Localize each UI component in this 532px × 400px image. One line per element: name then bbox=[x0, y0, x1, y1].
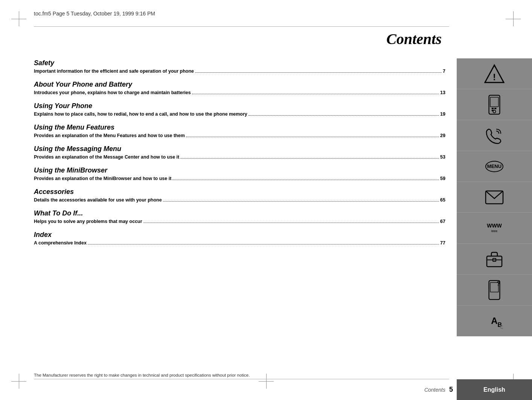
svg-rect-6 bbox=[494, 108, 496, 109]
toc-section-2: Using Your PhoneExplains how to place ca… bbox=[34, 102, 445, 117]
phone-question-icon: ? bbox=[483, 279, 506, 301]
page-wrapper: toc.fm5 Page 5 Tuesday, October 19, 1999… bbox=[0, 0, 532, 400]
toc-heading-8: Index bbox=[34, 231, 445, 239]
toc-section-1: About Your Phone and BatteryIntroduces y… bbox=[34, 81, 445, 95]
toc-pagenum-7: 67 bbox=[440, 219, 445, 224]
toc-pagenum-1: 13 bbox=[440, 90, 445, 95]
toc-heading-3: Using the Menu Features bbox=[34, 124, 445, 131]
sidebar-safety-icon: ! bbox=[457, 58, 532, 89]
call-icon bbox=[483, 124, 506, 147]
menu-icon: MENU bbox=[483, 155, 506, 178]
svg-rect-2 bbox=[489, 95, 500, 114]
svg-rect-3 bbox=[490, 97, 498, 107]
toc-section-4: Using the Messaging MenuProvides an expl… bbox=[34, 145, 445, 160]
sidebar-accessories-icon bbox=[457, 244, 532, 275]
toc-entry-text-7: Helps you to solve any problems that may… bbox=[34, 219, 142, 224]
toc-container: SafetyImportant information for the effi… bbox=[34, 59, 445, 246]
bottom-contents-label: Contents bbox=[424, 387, 445, 393]
toc-dots-0 bbox=[195, 72, 442, 73]
svg-text:?: ? bbox=[497, 280, 500, 287]
www-icon: WWW ≈≈≈ bbox=[483, 217, 506, 240]
toc-entry-2: Explains how to place calls, how to redi… bbox=[34, 111, 445, 117]
toc-entry-text-2: Explains how to place calls, how to redi… bbox=[34, 111, 247, 117]
abc-icon: A B C bbox=[483, 310, 506, 332]
toc-section-3: Using the Menu FeaturesProvides an expla… bbox=[34, 124, 445, 138]
toc-dots-8 bbox=[88, 244, 439, 244]
toc-entry-text-1: Introduces your phone, explains how to c… bbox=[34, 90, 191, 95]
footer-disclaimer: The Manufacturer reserves the right to m… bbox=[34, 373, 445, 377]
bottom-language-label: English bbox=[457, 379, 532, 400]
toc-heading-2: Using Your Phone bbox=[34, 102, 445, 110]
toc-entry-8: A comprehensive Index77 bbox=[34, 240, 445, 246]
sidebar-troubleshoot-icon: ? bbox=[457, 275, 532, 305]
phone-icon bbox=[483, 93, 506, 116]
toc-dots-7 bbox=[143, 223, 439, 223]
bottom-page-number: 5 bbox=[449, 386, 453, 394]
toc-heading-0: Safety bbox=[34, 59, 445, 67]
toc-entry-0: Important information for the efficient … bbox=[34, 69, 445, 74]
toc-pagenum-6: 65 bbox=[440, 197, 445, 203]
svg-text:!: ! bbox=[493, 72, 496, 82]
envelope-icon bbox=[483, 186, 506, 209]
toc-entry-7: Helps you to solve any problems that may… bbox=[34, 219, 445, 224]
file-info: toc.fm5 Page 5 Tuesday, October 19, 1999… bbox=[34, 11, 155, 17]
warning-icon: ! bbox=[483, 63, 506, 85]
toc-dots-3 bbox=[186, 137, 439, 137]
sidebar-index-icon: A B C bbox=[457, 305, 532, 336]
main-content: Contents SafetyImportant information for… bbox=[34, 30, 445, 355]
toc-entry-6: Details the accessories available for us… bbox=[34, 197, 445, 203]
toc-entry-text-4: Provides an explanation of the Message C… bbox=[34, 154, 179, 160]
sidebar-phone-icon bbox=[457, 89, 532, 120]
toc-pagenum-2: 19 bbox=[440, 111, 445, 117]
right-sidebar: ! bbox=[457, 58, 532, 336]
toc-entry-text-5: Provides an explanation of the MiniBrows… bbox=[34, 176, 171, 181]
toc-entry-1: Introduces your phone, explains how to c… bbox=[34, 90, 445, 95]
page-title: Contents bbox=[34, 30, 445, 48]
toc-pagenum-8: 77 bbox=[440, 240, 445, 246]
briefcase-icon bbox=[483, 248, 506, 270]
divider-top bbox=[34, 26, 449, 27]
sidebar-browser-icon: WWW ≈≈≈ bbox=[457, 213, 532, 244]
toc-section-6: AccessoriesDetails the accessories avail… bbox=[34, 188, 445, 203]
toc-pagenum-5: 59 bbox=[440, 176, 445, 181]
toc-entry-text-3: Provides an explanation of the Menu Feat… bbox=[34, 133, 185, 138]
toc-dots-6 bbox=[163, 201, 439, 202]
toc-entry-text-6: Details the accessories available for us… bbox=[34, 197, 162, 203]
toc-entry-text-0: Important information for the efficient … bbox=[34, 69, 194, 74]
sidebar-call-icon bbox=[457, 120, 532, 151]
crosshair-top-right bbox=[506, 11, 521, 26]
toc-section-7: What To Do If...Helps you to solve any p… bbox=[34, 209, 445, 224]
crosshair-top-left bbox=[11, 11, 26, 26]
toc-section-5: Using the MiniBrowserProvides an explana… bbox=[34, 166, 445, 181]
toc-heading-4: Using the Messaging Menu bbox=[34, 145, 445, 153]
toc-entry-5: Provides an explanation of the MiniBrows… bbox=[34, 176, 445, 181]
toc-dots-4 bbox=[180, 158, 439, 159]
toc-entry-4: Provides an explanation of the Message C… bbox=[34, 154, 445, 160]
sidebar-menu-icon: MENU bbox=[457, 151, 532, 182]
sidebar-message-icon bbox=[457, 182, 532, 213]
footer-area: The Manufacturer reserves the right to m… bbox=[34, 373, 445, 377]
toc-dots-5 bbox=[172, 180, 439, 180]
toc-heading-7: What To Do If... bbox=[34, 209, 445, 217]
svg-rect-7 bbox=[492, 110, 494, 111]
toc-pagenum-0: 7 bbox=[443, 69, 445, 74]
toc-entry-3: Provides an explanation of the Menu Feat… bbox=[34, 133, 445, 138]
toc-section-0: SafetyImportant information for the effi… bbox=[34, 59, 445, 74]
toc-section-8: IndexA comprehensive Index77 bbox=[34, 231, 445, 246]
svg-rect-5 bbox=[492, 108, 494, 109]
toc-heading-1: About Your Phone and Battery bbox=[34, 81, 445, 89]
toc-pagenum-3: 29 bbox=[440, 133, 445, 138]
toc-dots-2 bbox=[248, 115, 439, 116]
bottom-bar: Contents 5 English bbox=[0, 379, 532, 400]
toc-entry-text-8: A comprehensive Index bbox=[34, 240, 87, 246]
toc-heading-5: Using the MiniBrowser bbox=[34, 166, 445, 174]
toc-heading-6: Accessories bbox=[34, 188, 445, 196]
toc-pagenum-4: 53 bbox=[440, 154, 445, 160]
toc-dots-1 bbox=[192, 94, 439, 94]
